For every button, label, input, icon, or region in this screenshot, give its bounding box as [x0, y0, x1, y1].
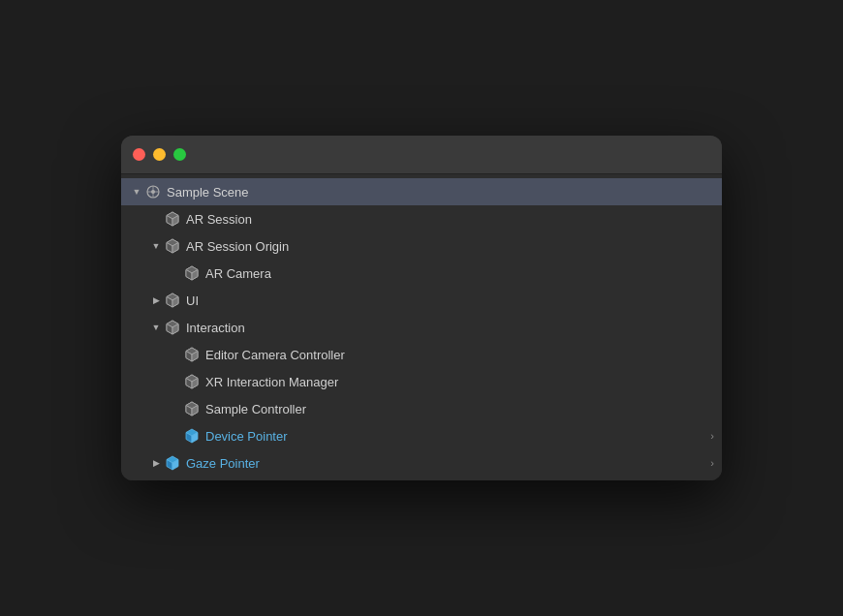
- arrow-gaze-pointer[interactable]: [148, 455, 164, 471]
- tree-item-editor-camera-controller[interactable]: Editor Camera Controller: [121, 341, 722, 368]
- hierarchy-panel: Sample Scene AR Session AR Session Origi…: [121, 174, 722, 480]
- arrow-ui[interactable]: [148, 293, 164, 308]
- tree-item-gaze-pointer[interactable]: Gaze Pointer›: [121, 449, 722, 477]
- tree-item-sample-scene[interactable]: Sample Scene: [121, 178, 722, 205]
- tree-item-device-pointer[interactable]: Device Pointer›: [121, 422, 722, 449]
- traffic-lights: [133, 148, 186, 161]
- icon-sample-scene: [144, 183, 162, 200]
- label-device-pointer: Device Pointer: [205, 429, 710, 444]
- arrow-sample-scene[interactable]: [129, 184, 144, 200]
- tree-item-ar-camera[interactable]: AR Camera: [121, 260, 722, 287]
- label-interaction: Interaction: [186, 321, 714, 335]
- icon-device-pointer: [183, 427, 201, 445]
- icon-sample-controller: [183, 400, 201, 417]
- label-ar-camera: AR Camera: [205, 266, 714, 281]
- chevron-device-pointer[interactable]: ›: [710, 430, 714, 442]
- icon-editor-camera-controller: [183, 346, 201, 363]
- label-sample-scene: Sample Scene: [167, 185, 714, 200]
- tree-item-ui[interactable]: UI: [121, 287, 722, 314]
- arrow-interaction[interactable]: [148, 320, 164, 335]
- label-gaze-pointer: Gaze Pointer: [186, 456, 710, 471]
- icon-ar-camera: [183, 264, 201, 282]
- icon-ar-session-origin: [164, 237, 181, 255]
- icon-interaction: [164, 319, 181, 336]
- label-sample-controller: Sample Controller: [205, 402, 714, 416]
- maximize-button[interactable]: [173, 148, 186, 161]
- label-editor-camera-controller: Editor Camera Controller: [205, 348, 714, 362]
- tree-item-ar-session-origin[interactable]: AR Session Origin: [121, 232, 722, 260]
- close-button[interactable]: [133, 148, 145, 161]
- titlebar: [121, 136, 722, 174]
- chevron-gaze-pointer[interactable]: ›: [710, 457, 714, 469]
- arrow-ar-session-origin[interactable]: [148, 238, 164, 254]
- tree-item-interaction[interactable]: Interaction: [121, 314, 722, 341]
- icon-gaze-pointer: [164, 454, 181, 472]
- icon-ar-session: [164, 210, 181, 228]
- label-ui: UI: [186, 293, 714, 308]
- label-ar-session-origin: AR Session Origin: [186, 239, 714, 254]
- icon-ui: [164, 292, 181, 309]
- minimize-button[interactable]: [153, 148, 166, 161]
- hierarchy-window: Sample Scene AR Session AR Session Origi…: [121, 136, 722, 480]
- tree-item-ar-session[interactable]: AR Session: [121, 205, 722, 232]
- tree-item-sample-controller[interactable]: Sample Controller: [121, 395, 722, 422]
- label-xr-interaction-manager: XR Interaction Manager: [205, 375, 714, 389]
- label-ar-session: AR Session: [186, 212, 714, 227]
- tree-item-xr-interaction-manager[interactable]: XR Interaction Manager: [121, 368, 722, 395]
- icon-xr-interaction-manager: [183, 373, 201, 390]
